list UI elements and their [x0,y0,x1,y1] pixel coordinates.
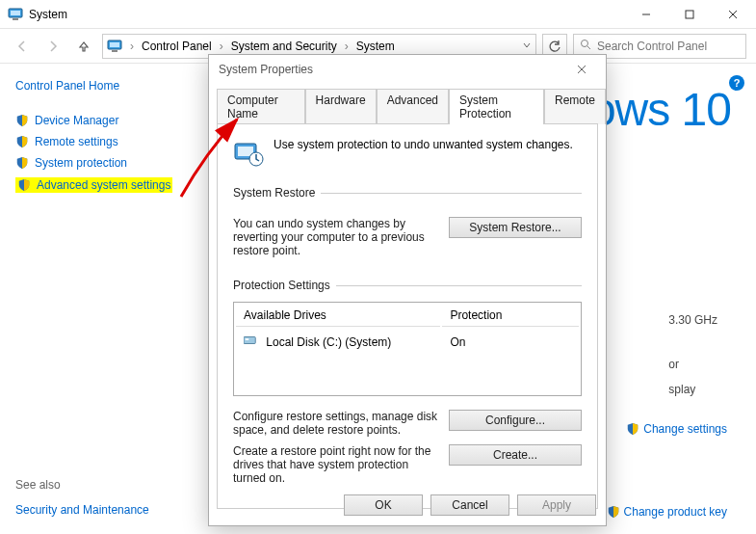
close-button[interactable] [711,1,754,28]
dialog-titlebar: System Properties [209,55,606,84]
system-restore-button[interactable]: System Restore... [449,217,582,238]
chevron-right-icon: › [218,40,225,53]
path-icon [107,39,122,54]
protection-settings-legend: Protection Settings [233,279,336,292]
tab-hardware[interactable]: Hardware [305,89,377,124]
dialog-close-button[interactable] [567,58,596,81]
change-key-label: Change product key [624,505,727,519]
titlebar: System [0,0,756,29]
tab-advanced[interactable]: Advanced [377,89,449,124]
protection-settings-group: Protection Settings Available Drives Pro… [233,279,582,493]
drives-table: Available Drives Protection Local Disk (… [233,302,582,396]
window-title: System [29,8,67,21]
sidebar-link-label: System protection [35,156,127,170]
system-icon [8,7,23,22]
tab-strip: Computer Name Hardware Advanced System P… [209,88,606,123]
drive-protection: On [442,329,579,355]
system-restore-text: You can undo system changes by reverting… [233,217,439,257]
chevron-right-icon: › [128,40,136,53]
sidebar-link-label: Remote settings [35,135,118,148]
system-restore-group: System Restore You can undo system chang… [233,186,582,265]
control-panel-home-link[interactable]: Control Panel Home [15,79,211,93]
breadcrumb[interactable]: Control Panel [138,38,216,55]
ok-button[interactable]: OK [344,494,423,516]
spec-fragments: 3.30 GHz or splay [668,307,717,402]
shield-icon [15,156,29,170]
chevron-right-icon: › [343,40,351,53]
svg-rect-9 [686,11,693,18]
see-also-link[interactable]: Security and Maintenance [15,503,211,517]
dialog-title: System Properties [219,63,313,76]
spec-ghz: 3.30 GHz [668,307,717,333]
tab-system-protection[interactable]: System Protection [449,89,544,124]
create-button[interactable]: Create... [449,444,582,466]
create-text: Create a restore point right now for the… [233,444,439,485]
col-protection: Protection [442,305,579,327]
shield-icon [607,505,620,519]
back-button[interactable] [10,34,35,59]
svg-line-13 [587,46,590,49]
disk-icon [244,334,257,346]
up-button[interactable] [71,34,96,59]
shield-icon [626,422,639,436]
see-also-heading: See also [15,478,211,492]
sidebar-link-label: Advanced system settings [37,178,170,192]
change-settings-link[interactable]: Change settings [626,422,727,436]
maximize-button[interactable] [667,1,711,28]
shield-icon [15,135,29,148]
change-settings-label: Change settings [643,422,727,436]
configure-button[interactable]: Configure... [449,410,582,431]
cancel-button[interactable]: Cancel [430,494,509,516]
minimize-button[interactable] [624,1,667,28]
svg-point-12 [582,40,588,47]
col-available-drives: Available Drives [236,305,440,327]
drive-name: Local Disk (C:) (System) [266,335,391,349]
search-icon [580,39,591,53]
forward-button[interactable] [40,34,65,59]
system-properties-dialog: System Properties Computer Name Hardware… [208,54,607,526]
apply-button[interactable]: Apply [517,494,596,516]
change-product-key-link[interactable]: Change product key [607,505,727,519]
annotation-arrow [177,114,254,210]
sidebar-link-label: Device Manager [35,114,118,127]
path-dropdown[interactable] [522,40,532,53]
tab-body: Use system protection to undo unwanted s… [217,123,598,509]
table-row[interactable]: Local Disk (C:) (System) On [236,329,579,355]
shield-icon [15,114,29,127]
sidebar-link-advanced-settings[interactable]: Advanced system settings [15,177,172,193]
search-placeholder: Search Control Panel [597,40,707,53]
spec-splay: splay [668,377,717,402]
dialog-button-row: OK Cancel Apply [344,494,596,516]
intro-text: Use system protection to undo unwanted s… [274,138,573,151]
configure-text: Configure restore settings, manage disk … [233,410,439,437]
tab-remote[interactable]: Remote [544,89,606,124]
spec-or: or [668,352,717,377]
shield-icon [17,178,31,192]
breadcrumb[interactable]: System [352,38,399,55]
breadcrumb[interactable]: System and Security [227,38,341,55]
